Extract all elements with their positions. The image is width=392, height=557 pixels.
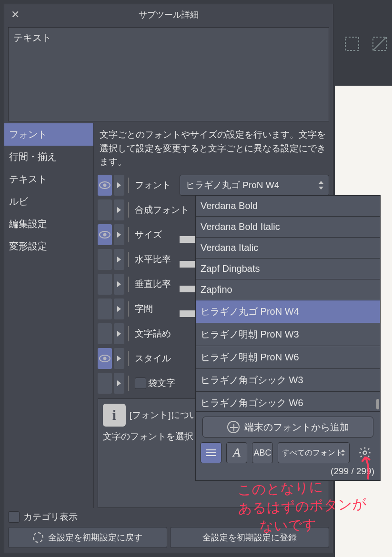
sidebar-item-line[interactable]: 行間・揃え [4, 146, 93, 168]
background-toolbar [342, 30, 392, 57]
close-icon[interactable]: ✕ [11, 9, 20, 21]
sidebar-item-font[interactable]: フォント [4, 123, 93, 146]
visibility-toggle[interactable] [98, 298, 112, 319]
button-label: 全設定を初期設定に戻す [48, 532, 142, 543]
font-item[interactable]: Zapf Dingbats [196, 259, 380, 279]
visibility-toggle[interactable] [98, 274, 112, 295]
stepper-icon[interactable] [316, 177, 326, 193]
titlebar: ✕ サブツール詳細 [4, 4, 333, 25]
scrollbar-thumb[interactable] [376, 399, 379, 409]
selection-icon-2 [370, 34, 389, 53]
expand-icon[interactable] [114, 348, 124, 369]
font-filter-select[interactable]: すべてのフォント [278, 442, 350, 463]
font-list-popup: Verdana Bold Verdana Bold Italic Verdana… [195, 195, 381, 481]
dialog-title: サブツール詳細 [139, 9, 199, 20]
visibility-toggle[interactable] [98, 348, 112, 369]
expand-icon[interactable] [114, 224, 124, 245]
handwritten-annotation: このとなりに あるはずのボタンが ないです [237, 476, 368, 537]
expand-icon[interactable] [114, 199, 124, 220]
param-label: 水平比率 [135, 253, 178, 266]
bracket-icon [126, 373, 133, 394]
param-label: サイズ [135, 229, 178, 241]
list-view-button[interactable] [201, 442, 221, 463]
add-device-font-button[interactable]: 端末のフォントから追加 [202, 417, 373, 438]
script-a-icon: A [233, 446, 241, 460]
sidebar-item-label: ルビ [9, 196, 28, 207]
sidebar-item-edit[interactable]: 編集設定 [4, 213, 93, 235]
expand-icon[interactable] [114, 274, 124, 295]
font-dropdown[interactable]: ヒラギノ丸ゴ ProN W4 [180, 175, 329, 196]
bracket-icon [126, 274, 133, 295]
bracket-icon [126, 175, 133, 196]
bracket-icon [126, 323, 133, 344]
font-item[interactable]: Zapfino [196, 279, 380, 300]
category-label: カテゴリ表示 [23, 511, 78, 523]
expand-icon[interactable] [114, 249, 124, 270]
param-label: 袋文字 [148, 377, 191, 389]
category-checkbox[interactable] [8, 511, 20, 523]
sidebar-item-label: テキスト [9, 174, 47, 184]
expand-icon[interactable] [114, 298, 124, 319]
font-dropdown-value: ヒラギノ丸ゴ ProN W4 [186, 179, 279, 191]
info-icon: i [103, 404, 126, 427]
font-item[interactable]: ヒラギノ明朝 ProN W6 [196, 346, 380, 369]
abc-filter-button[interactable]: ABC [252, 442, 273, 463]
button-label: 端末のフォントから追加 [244, 421, 349, 434]
font-item[interactable]: ヒラギノ角ゴシック W3 [196, 369, 380, 392]
sidebar-item-ruby[interactable]: ルビ [4, 190, 93, 213]
outline-checkbox[interactable] [135, 378, 146, 389]
svg-rect-0 [345, 37, 359, 50]
visibility-toggle[interactable] [98, 323, 112, 344]
param-font: フォント ヒラギノ丸ゴ ProN W4 [98, 174, 329, 197]
bracket-icon [126, 199, 133, 220]
abc-label: ABC [253, 448, 271, 458]
param-label: フォント [135, 179, 178, 191]
param-label: 合成フォント [135, 204, 192, 216]
sidebar-item-transform[interactable]: 変形設定 [4, 235, 93, 258]
sidebar-item-label: 行間・揃え [9, 151, 57, 162]
selection-icon [342, 34, 362, 53]
font-popup-toolbar: A ABC すべてのフォント [196, 442, 380, 466]
text-preview[interactable]: テキスト [8, 27, 329, 121]
visibility-toggle[interactable] [98, 249, 112, 270]
font-item[interactable]: ヒラギノ角ゴシック W6 [196, 392, 380, 412]
font-item[interactable]: Verdana Italic [196, 238, 380, 259]
bracket-icon [126, 249, 133, 270]
font-item[interactable]: Verdana Bold [196, 196, 380, 217]
visibility-toggle[interactable] [98, 224, 112, 245]
bracket-icon [126, 298, 133, 319]
sidebar-item-label: 編集設定 [9, 219, 47, 229]
visibility-toggle[interactable] [98, 199, 112, 220]
plus-icon [227, 421, 240, 433]
bracket-icon [126, 348, 133, 369]
expand-icon[interactable] [114, 175, 124, 196]
font-item[interactable]: ヒラギノ丸ゴ ProN W4 [196, 300, 380, 323]
expand-icon[interactable] [114, 323, 124, 344]
filter-value: すべてのフォント [282, 448, 343, 458]
sidebar-item-label: フォント [9, 129, 47, 139]
reset-defaults-button[interactable]: 全設定を初期設定に戻す [8, 527, 167, 548]
param-label: 垂直比率 [135, 278, 178, 290]
font-item[interactable]: ヒラギノ明朝 ProN W3 [196, 323, 380, 346]
sidebar-item-label: 変形設定 [9, 241, 47, 251]
visibility-toggle[interactable] [98, 373, 112, 394]
param-label: スタイル [135, 352, 178, 365]
font-item[interactable]: Verdana Bold Italic [196, 217, 380, 238]
bracket-icon [126, 224, 133, 245]
category-description: 文字ごとのフォントやサイズの設定を行います。文字を選択して設定を変更すると文字ご… [98, 126, 329, 174]
font-listbox[interactable]: Verdana Bold Verdana Bold Italic Verdana… [196, 196, 380, 412]
category-sidebar: フォント 行間・揃え テキスト ルビ 編集設定 変形設定 [4, 123, 94, 508]
param-label: 字間 [135, 303, 178, 315]
param-label: 文字詰め [135, 328, 178, 340]
stepper-icon[interactable] [339, 445, 347, 461]
reset-icon [33, 532, 43, 543]
sidebar-item-text[interactable]: テキスト [4, 168, 93, 190]
handwriting-filter-button[interactable]: A [226, 442, 247, 463]
visibility-toggle[interactable] [98, 175, 112, 196]
expand-icon[interactable] [114, 373, 124, 394]
